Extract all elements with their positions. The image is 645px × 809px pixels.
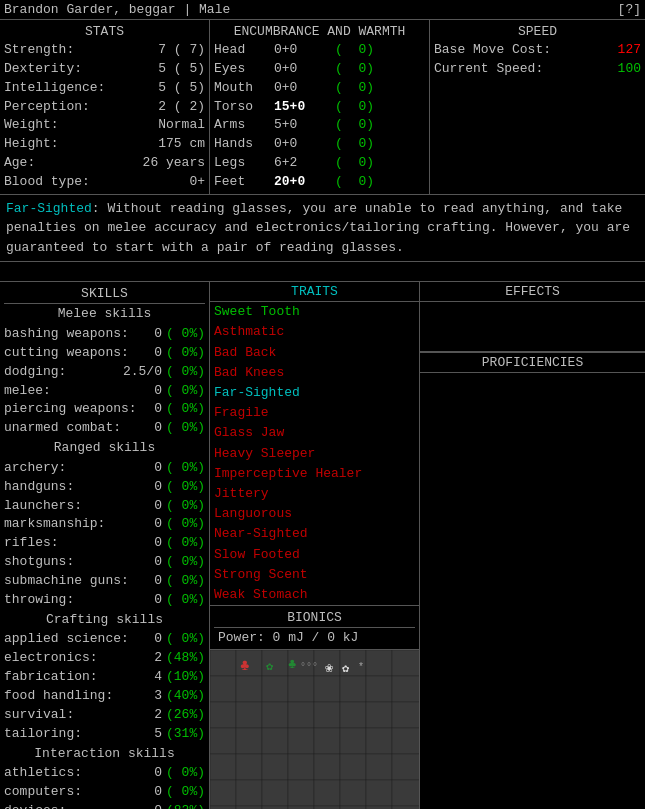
stat-intelligence-value: 5 ( 5) <box>158 79 205 98</box>
enc-legs: Legs 6+2 ( 0) <box>214 154 425 173</box>
skill-applied-science: applied science: 0 ( 0%) <box>4 630 205 649</box>
trait-glass-jaw: Glass Jaw <box>210 423 419 443</box>
svg-text:*: * <box>358 662 364 673</box>
svg-text:✿: ✿ <box>342 662 350 676</box>
skill-tailoring: tailoring: 5 (31%) <box>4 725 205 744</box>
ranged-header: Ranged skills <box>4 438 205 459</box>
skill-launchers: launchers: 0 ( 0%) <box>4 497 205 516</box>
svg-rect-15 <box>366 676 392 702</box>
skill-melee: melee: 0 ( 0%) <box>4 382 205 401</box>
svg-rect-36 <box>288 754 314 780</box>
svg-rect-31 <box>366 728 392 754</box>
stat-strength: Strength: 7 ( 7) <box>4 41 205 60</box>
description-section: Far-Sighted: Without reading glasses, yo… <box>0 195 645 263</box>
stat-height-value: 175 cm <box>158 135 205 154</box>
skill-devices: devices: 0 (82%) <box>4 802 205 809</box>
skill-shotguns: shotguns: 0 ( 0%) <box>4 553 205 572</box>
stat-blood: Blood type: 0+ <box>4 173 205 192</box>
traits-section: TRAITS Sweet Tooth Asthmatic Bad Back Ba… <box>210 282 420 809</box>
svg-rect-29 <box>314 728 340 754</box>
bionics-header: BIONICS <box>214 608 415 628</box>
skill-dodging: dodging: 2.5/0 ( 0%) <box>4 363 205 382</box>
svg-text:❀: ❀ <box>325 660 334 676</box>
svg-rect-20 <box>288 702 314 728</box>
skill-smg: submachine guns: 0 ( 0%) <box>4 572 205 591</box>
trait-slow-footed: Slow Footed <box>210 545 419 565</box>
stat-age-value: 26 years <box>143 154 205 173</box>
svg-rect-28 <box>288 728 314 754</box>
svg-text:°°°: °°° <box>300 662 318 673</box>
skills-title: SKILLS <box>4 284 205 304</box>
stat-intelligence-label: Intelligence: <box>4 79 105 98</box>
speed-current-label: Current Speed: <box>434 60 543 79</box>
svg-rect-19 <box>262 702 288 728</box>
crafting-header: Crafting skills <box>4 610 205 631</box>
svg-rect-18 <box>236 702 262 728</box>
svg-rect-39 <box>366 754 392 780</box>
skill-bashing: bashing weapons: 0 ( 0%) <box>4 325 205 344</box>
enc-eyes: Eyes 0+0 ( 0) <box>214 60 425 79</box>
melee-header: Melee skills <box>4 304 205 325</box>
svg-rect-26 <box>236 728 262 754</box>
enc-head: Head 0+0 ( 0) <box>214 41 425 60</box>
trait-languorous: Languorous <box>210 504 419 524</box>
stat-perception-label: Perception: <box>4 98 90 117</box>
skill-food-handling: food handling: 3 (40%) <box>4 687 205 706</box>
interaction-header: Interaction skills <box>4 744 205 765</box>
help-button[interactable]: [?] <box>618 2 641 17</box>
trait-near-sighted: Near-Sighted <box>210 524 419 544</box>
svg-rect-1 <box>210 650 236 676</box>
speed-current-value: 100 <box>618 60 641 79</box>
speed-base-row: Base Move Cost: 127 <box>434 41 641 60</box>
skill-survival: survival: 2 (26%) <box>4 706 205 725</box>
stat-strength-label: Strength: <box>4 41 74 60</box>
stat-weight: Weight: Normal <box>4 116 205 135</box>
svg-rect-40 <box>392 754 419 780</box>
effects-section: EFFECTS PROFICIENCIES <box>420 282 645 809</box>
svg-rect-34 <box>236 754 262 780</box>
main-header: STATS Strength: 7 ( 7) Dexterity: 5 ( 5)… <box>0 19 645 195</box>
trait-bad-back: Bad Back <box>210 343 419 363</box>
stat-intelligence: Intelligence: 5 ( 5) <box>4 79 205 98</box>
skill-marksmanship: marksmanship: 0 ( 0%) <box>4 515 205 534</box>
svg-rect-10 <box>236 676 262 702</box>
proficiencies-content <box>420 373 645 413</box>
trait-sweet-tooth: Sweet Tooth <box>210 302 419 322</box>
svg-rect-32 <box>392 728 419 754</box>
svg-rect-48 <box>392 780 419 806</box>
desc-text: : Without reading glasses, you are unabl… <box>6 201 630 255</box>
skill-electronics: electronics: 2 (48%) <box>4 649 205 668</box>
svg-rect-17 <box>210 702 236 728</box>
skill-archery: archery: 0 ( 0%) <box>4 459 205 478</box>
char-info: Brandon Garder, beggar | Male <box>4 2 230 17</box>
enc-arms: Arms 5+0 ( 0) <box>214 116 425 135</box>
svg-rect-35 <box>262 754 288 780</box>
stat-age: Age: 26 years <box>4 154 205 173</box>
bionics-power: Power: 0 mJ / 0 kJ <box>214 628 415 647</box>
skill-rifles: rifles: 0 ( 0%) <box>4 534 205 553</box>
svg-rect-38 <box>340 754 366 780</box>
bionics-section: BIONICS Power: 0 mJ / 0 kJ <box>210 605 419 649</box>
lower-grid: SKILLS Melee skills bashing weapons: 0 (… <box>0 282 645 809</box>
stat-blood-value: 0+ <box>189 173 205 192</box>
skill-piercing: piercing weapons: 0 ( 0%) <box>4 400 205 419</box>
stats-section: STATS Strength: 7 ( 7) Dexterity: 5 ( 5)… <box>0 20 210 194</box>
skills-section: SKILLS Melee skills bashing weapons: 0 (… <box>0 282 210 809</box>
svg-rect-43 <box>262 780 288 806</box>
enc-feet: Feet 20+0 ( 0) <box>214 173 425 192</box>
svg-rect-7 <box>366 650 392 676</box>
svg-rect-33 <box>210 754 236 780</box>
stat-weight-value: Normal <box>158 116 205 135</box>
svg-rect-13 <box>314 676 340 702</box>
trait-heavy-sleeper: Heavy Sleeper <box>210 444 419 464</box>
svg-rect-16 <box>392 676 419 702</box>
skill-athletics: athletics: 0 ( 0%) <box>4 764 205 783</box>
skill-cutting: cutting weapons: 0 ( 0%) <box>4 344 205 363</box>
skill-computers: computers: 0 ( 0%) <box>4 783 205 802</box>
stat-perception-value: 2 ( 2) <box>158 98 205 117</box>
effects-header: EFFECTS <box>420 282 645 302</box>
stat-perception: Perception: 2 ( 2) <box>4 98 205 117</box>
trait-fragile: Fragile <box>210 403 419 423</box>
stat-dexterity: Dexterity: 5 ( 5) <box>4 60 205 79</box>
svg-rect-25 <box>210 728 236 754</box>
